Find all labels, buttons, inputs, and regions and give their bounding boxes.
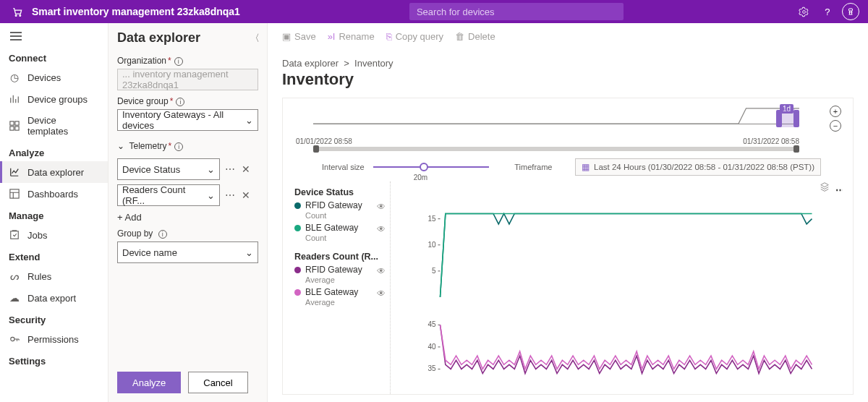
- nav-jobs[interactable]: Jobs: [0, 224, 108, 246]
- svg-rect-5: [15, 121, 19, 125]
- calendar-icon: ▦: [582, 162, 590, 172]
- legend-item[interactable]: BLE GatewayCount👁: [294, 223, 390, 243]
- nav-devices[interactable]: ◷Devices: [0, 67, 108, 88]
- range-selection[interactable]: [780, 108, 795, 127]
- svg-text:5: 5: [432, 267, 436, 275]
- svg-rect-9: [11, 231, 19, 239]
- chart-card: 1d + − 01/01/2022 08:58 01/31/2022 08:58…: [282, 98, 854, 395]
- help-icon[interactable]: ?: [816, 0, 839, 23]
- more-icon[interactable]: ⋯: [224, 189, 236, 201]
- app-waffle-icon[interactable]: [6, 0, 29, 23]
- chevron-down-icon: ⌄: [207, 190, 215, 201]
- svg-text:45: 45: [427, 320, 436, 328]
- legend-item[interactable]: RFID GatewayAverage👁: [294, 265, 390, 285]
- svg-text:40: 40: [427, 343, 436, 351]
- svg-rect-8: [10, 189, 19, 198]
- eye-icon[interactable]: 👁: [377, 288, 386, 299]
- save-button[interactable]: ▣Save: [282, 31, 316, 42]
- groupby-select[interactable]: Device name⌄: [117, 241, 258, 263]
- svg-text:10: 10: [427, 241, 436, 249]
- add-telemetry[interactable]: + Add: [117, 212, 258, 223]
- telemetry-label: ⌄ Telemetry*i: [117, 141, 258, 151]
- remove-icon[interactable]: ✕: [240, 163, 252, 175]
- rename-button[interactable]: »IRename: [328, 31, 375, 42]
- timeframe-picker[interactable]: ▦ Last 24 Hours (01/30/2022 08:58 - 01/3…: [575, 158, 821, 176]
- range-scrollbar[interactable]: [313, 147, 799, 151]
- nav-section-analyze: Analyze: [0, 142, 108, 161]
- telemetry-select-0[interactable]: Device Status⌄: [117, 158, 220, 180]
- nav-rules[interactable]: ᔕRules: [0, 265, 108, 287]
- analyze-button[interactable]: Analyze: [117, 372, 181, 393]
- hamburger-icon[interactable]: [0, 27, 108, 47]
- svg-rect-7: [15, 127, 19, 130]
- legend-item[interactable]: RFID GatewayCount👁: [294, 200, 390, 221]
- export-icon: ☁: [9, 292, 20, 304]
- page-title: Inventory: [268, 69, 868, 98]
- org-input: ... inventory management 23zka8dnqa1: [117, 69, 258, 90]
- zoom-in-icon[interactable]: +: [830, 106, 841, 117]
- slider-thumb[interactable]: [420, 163, 428, 171]
- telemetry-select-1[interactable]: Readers Count (RF...⌄: [117, 184, 220, 206]
- zoom-out-icon[interactable]: −: [830, 120, 841, 132]
- nav-section-security: Security: [0, 309, 108, 328]
- collapse-panel-icon[interactable]: 〈: [250, 32, 260, 45]
- copy-icon: ⎘: [386, 31, 392, 42]
- time-range-overview[interactable]: 1d + −: [293, 106, 843, 137]
- nav-device-templates[interactable]: Device templates: [0, 110, 108, 142]
- range-handle-right[interactable]: [793, 110, 799, 127]
- range-start: 01/01/2022 08:58: [296, 137, 352, 145]
- range-handle-left[interactable]: [776, 110, 782, 127]
- legend-swatch: [294, 225, 301, 231]
- svg-rect-4: [10, 121, 14, 125]
- avatar[interactable]: [839, 0, 862, 23]
- eye-icon[interactable]: 👁: [377, 266, 386, 276]
- eye-icon[interactable]: 👁: [377, 202, 386, 212]
- search-input[interactable]: [409, 3, 624, 20]
- info-icon[interactable]: i: [158, 230, 167, 239]
- explorer-title: Data explorer: [117, 30, 258, 46]
- remove-icon[interactable]: ✕: [240, 189, 252, 201]
- content-toolbar: ▣Save »IRename ⎘Copy query 🗑Delete: [268, 23, 868, 51]
- chevron-down-icon: ⌄: [245, 247, 253, 258]
- delete-button[interactable]: 🗑Delete: [455, 31, 495, 42]
- nav-data-explorer[interactable]: Data explorer: [0, 161, 108, 183]
- devices-icon: ◷: [9, 72, 20, 83]
- jobs-icon: [9, 229, 20, 241]
- more-icon[interactable]: ⋯: [835, 184, 843, 195]
- legend-group-2: Readers Count (R...: [294, 252, 390, 262]
- info-icon[interactable]: i: [174, 142, 183, 151]
- rename-icon: »I: [328, 31, 336, 42]
- legend-item[interactable]: BLE GatewayAverage👁: [294, 287, 390, 307]
- copy-query-button[interactable]: ⎘Copy query: [386, 31, 443, 42]
- device-group-select[interactable]: Inventory Gateways - All devices⌄: [117, 109, 258, 131]
- info-icon[interactable]: i: [174, 57, 183, 66]
- info-icon[interactable]: i: [176, 98, 184, 106]
- group-label: Device group*i: [117, 96, 258, 106]
- interval-value: 20m: [414, 174, 427, 181]
- nav-data-export[interactable]: ☁Data export: [0, 287, 108, 309]
- nav-section-settings: Settings: [0, 350, 108, 369]
- nav-device-groups[interactable]: Device groups: [0, 88, 108, 110]
- gear-icon[interactable]: [793, 0, 816, 23]
- legend-swatch: [294, 289, 301, 296]
- nav-dashboards[interactable]: Dashboards: [0, 183, 108, 205]
- explorer-icon: [9, 166, 20, 178]
- nav-permissions[interactable]: Permissions: [0, 328, 108, 350]
- layers-icon[interactable]: [820, 181, 830, 194]
- breadcrumb: Data explorer > Inventory: [268, 51, 868, 69]
- eye-icon[interactable]: 👁: [377, 224, 386, 234]
- breadcrumb-root[interactable]: Data explorer: [282, 58, 339, 69]
- templates-icon: [9, 120, 20, 132]
- rules-icon: ᔕ: [9, 270, 20, 282]
- svg-point-10: [11, 337, 14, 341]
- nav-section-connect: Connect: [0, 47, 108, 67]
- svg-text:15: 15: [427, 215, 436, 223]
- interval-slider[interactable]: 20m: [373, 166, 489, 168]
- more-icon[interactable]: ⋯: [224, 163, 236, 175]
- left-nav: Connect ◷Devices Device groups Device te…: [0, 23, 109, 402]
- nav-section-extend: Extend: [0, 246, 108, 265]
- chart-legend: Device Status RFID GatewayCount👁 BLE Gat…: [293, 181, 391, 394]
- timeframe-label: Timeframe: [514, 163, 552, 171]
- cancel-button[interactable]: Cancel: [188, 372, 247, 393]
- svg-text:35: 35: [427, 364, 436, 372]
